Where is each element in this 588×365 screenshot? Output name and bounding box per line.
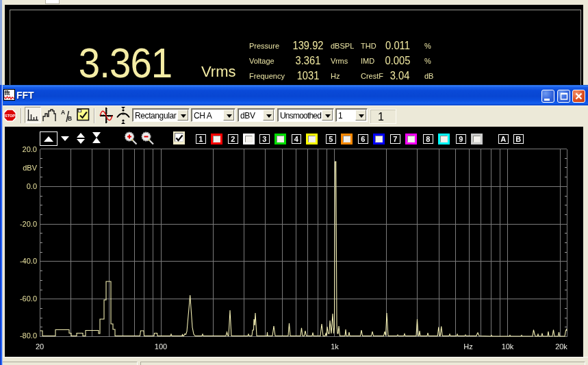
svg-text:B: B [68,115,72,122]
svg-text:fft: fft [5,90,10,97]
svg-text:A: A [61,109,65,116]
svg-text:STOP: STOP [5,114,15,118]
